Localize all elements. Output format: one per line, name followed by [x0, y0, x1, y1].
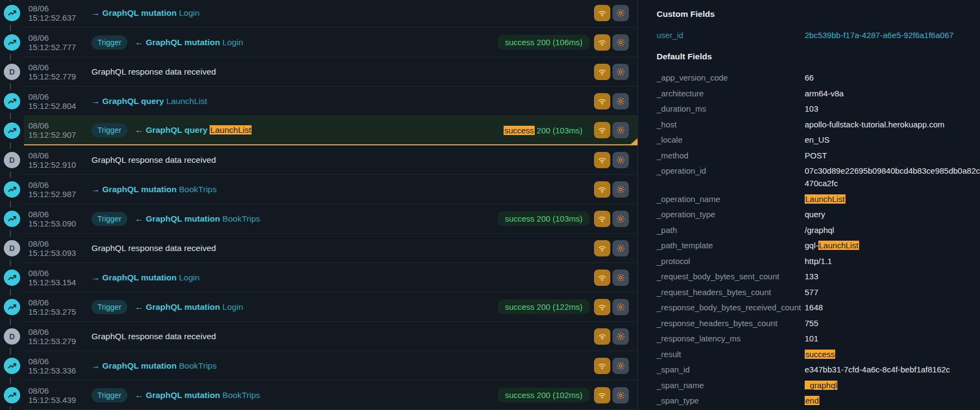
- field-value: 755: [805, 317, 980, 329]
- detail-field-row: _request_headers_bytes_count 577: [657, 286, 980, 298]
- timeline-row-content: 08/06 15:12:53.090 Trigger ← GraphQL mut…: [24, 204, 638, 234]
- timeline-row[interactable]: 08/06 15:12:52.987 → GraphQL mutation Bo…: [0, 175, 638, 204]
- text-part: query: [805, 210, 825, 219]
- trigger-badge: Trigger: [91, 300, 127, 314]
- wifi-icon: [597, 185, 607, 194]
- highlight-button[interactable]: [612, 358, 629, 374]
- text-part: gql-: [805, 241, 818, 250]
- network-capture-button[interactable]: [594, 152, 610, 168]
- highlight-button[interactable]: [612, 64, 629, 80]
- highlight-button[interactable]: [612, 5, 629, 21]
- trend-up-icon: [8, 215, 16, 223]
- event-text: GraphQL response data received: [91, 243, 216, 253]
- field-key: _architecture: [657, 87, 805, 100]
- timeline-row[interactable]: 08/06 15:12:53.090 Trigger ← GraphQL mut…: [0, 204, 638, 234]
- timeline-row[interactable]: D 08/06 15:12:53.279 GraphQL response da…: [0, 322, 638, 351]
- field-value: http/1.1: [805, 255, 980, 267]
- network-capture-button[interactable]: [594, 358, 610, 374]
- timeline-row-content: 08/06 15:12:52.637 → GraphQL mutation Lo…: [24, 0, 638, 28]
- sun-icon: [616, 8, 626, 18]
- wifi-icon: [597, 302, 607, 312]
- text-part: 200 (103ms): [535, 126, 583, 135]
- timeline-row[interactable]: 08/06 15:12:53.154 → GraphQL mutation Lo…: [0, 263, 638, 292]
- event-timestamp: 08/06 15:12:52.804: [28, 92, 91, 111]
- timeline-row[interactable]: D 08/06 15:12:52.910 GraphQL response da…: [0, 145, 638, 175]
- highlight-button[interactable]: [612, 240, 629, 256]
- detail-field-row: _duration_ms 103: [657, 102, 980, 115]
- text-part: BookTrips: [223, 214, 260, 223]
- text-part: BookTrips: [179, 361, 217, 370]
- field-value: query: [805, 208, 980, 221]
- operation-name: Login: [223, 302, 243, 311]
- network-capture-button[interactable]: [594, 299, 610, 315]
- timeline-row-content: 08/06 15:12:52.779 GraphQL response data…: [24, 57, 638, 87]
- sun-icon: [616, 273, 626, 283]
- detail-field-row: _span_id e347bb31-7cfd-4a6c-8c4f-bebf1af…: [657, 363, 980, 376]
- field-value: 1648: [805, 301, 980, 314]
- timeline-row-content: 08/06 15:12:53.336 → GraphQL mutation Bo…: [24, 351, 638, 381]
- highlight-button[interactable]: [612, 387, 629, 403]
- event-timestamp: 08/06 15:12:52.987: [28, 180, 91, 199]
- highlight-button[interactable]: [612, 270, 629, 286]
- highlight-button[interactable]: [612, 34, 629, 51]
- row-actions: success 200 (103ms): [498, 211, 629, 227]
- timeline-icon-cell: [0, 175, 24, 204]
- network-capture-button[interactable]: [594, 93, 610, 109]
- timeline-row[interactable]: 08/06 15:12:52.777 Trigger ← GraphQL mut…: [0, 28, 638, 57]
- timeline-row[interactable]: D 08/06 15:12:53.093 GraphQL response da…: [0, 234, 638, 263]
- highlight-button[interactable]: [612, 181, 629, 198]
- text-part: 755: [805, 319, 818, 328]
- network-capture-button[interactable]: [594, 122, 610, 138]
- network-capture-button[interactable]: [594, 181, 610, 198]
- timeline-row-content: 08/06 15:12:52.907 Trigger ← GraphQL que…: [24, 116, 638, 145]
- network-capture-button[interactable]: [594, 387, 610, 403]
- text-part: Login: [179, 8, 200, 17]
- span-detail-panel: Custom Fields user_id 2bc539bb-f17a-4287…: [638, 0, 980, 410]
- highlight-button[interactable]: [612, 122, 629, 138]
- wifi-icon: [597, 214, 607, 224]
- status-badge: success 200 (103ms): [498, 211, 590, 226]
- sun-icon: [616, 38, 626, 47]
- event-label: ← GraphQL mutation: [135, 38, 223, 47]
- timeline-row[interactable]: 08/06 15:12:52.804 → GraphQL query Launc…: [0, 87, 638, 116]
- highlight-button[interactable]: [612, 211, 629, 227]
- network-capture-button[interactable]: [594, 5, 610, 21]
- timeline-row[interactable]: D 08/06 15:12:52.779 GraphQL response da…: [0, 57, 638, 87]
- field-key: _path: [657, 224, 805, 236]
- highlight-button[interactable]: [612, 152, 629, 168]
- field-value: e347bb31-7cfd-4a6c-8c4f-bebf1af8162c: [805, 363, 980, 376]
- network-capture-button[interactable]: [594, 34, 610, 51]
- detail-field-row: _span_name _graphql: [657, 379, 980, 391]
- field-value: apollo-fullstack-tutorial.herokuapp.com: [805, 118, 980, 131]
- text-part: e347bb31-7cfd-4a6c-8c4f-bebf1af8162c: [805, 365, 950, 374]
- field-value: gql-LaunchList: [805, 239, 980, 252]
- network-capture-button[interactable]: [594, 240, 610, 256]
- highlight-button[interactable]: [612, 93, 629, 109]
- event-timestamp: 08/06 15:12:53.279: [28, 327, 91, 346]
- timeline-icon-cell: [0, 292, 24, 322]
- text-part: Login: [223, 302, 243, 311]
- network-capture-button[interactable]: [594, 211, 610, 227]
- timeline-row[interactable]: 08/06 15:12:52.637 → GraphQL mutation Lo…: [0, 0, 638, 28]
- timeline-row[interactable]: 08/06 15:12:52.907 Trigger ← GraphQL que…: [0, 116, 638, 145]
- highlight-button[interactable]: [612, 328, 629, 345]
- timeline-row[interactable]: 08/06 15:12:53.439 Trigger ← GraphQL mut…: [0, 381, 638, 410]
- highlight-button[interactable]: [612, 299, 629, 315]
- timeline-row[interactable]: 08/06 15:12:53.275 Trigger ← GraphQL mut…: [0, 292, 638, 322]
- search-match-highlight: end: [805, 396, 819, 405]
- network-capture-button[interactable]: [594, 64, 610, 80]
- timeline-dot: D: [4, 152, 20, 168]
- detail-field-row: _response_latency_ms 101: [657, 332, 980, 345]
- app-root: 08/06 15:12:52.637 → GraphQL mutation Lo…: [0, 0, 980, 410]
- detail-field-row: _request_body_bytes_sent_count 133: [657, 270, 980, 283]
- timeline-row[interactable]: 08/06 15:12:53.336 → GraphQL mutation Bo…: [0, 351, 638, 381]
- search-match-highlight: _graphql: [805, 381, 837, 390]
- field-value: POST: [805, 149, 980, 162]
- search-match-highlight: LaunchList: [818, 241, 859, 250]
- operation-name: Login: [179, 8, 200, 17]
- network-capture-button[interactable]: [594, 328, 610, 345]
- network-capture-button[interactable]: [594, 270, 610, 286]
- field-value: arm64-v8a: [805, 87, 980, 100]
- timeline-row-content: 08/06 15:12:53.154 → GraphQL mutation Lo…: [24, 263, 638, 292]
- operation-name: BookTrips: [223, 214, 260, 223]
